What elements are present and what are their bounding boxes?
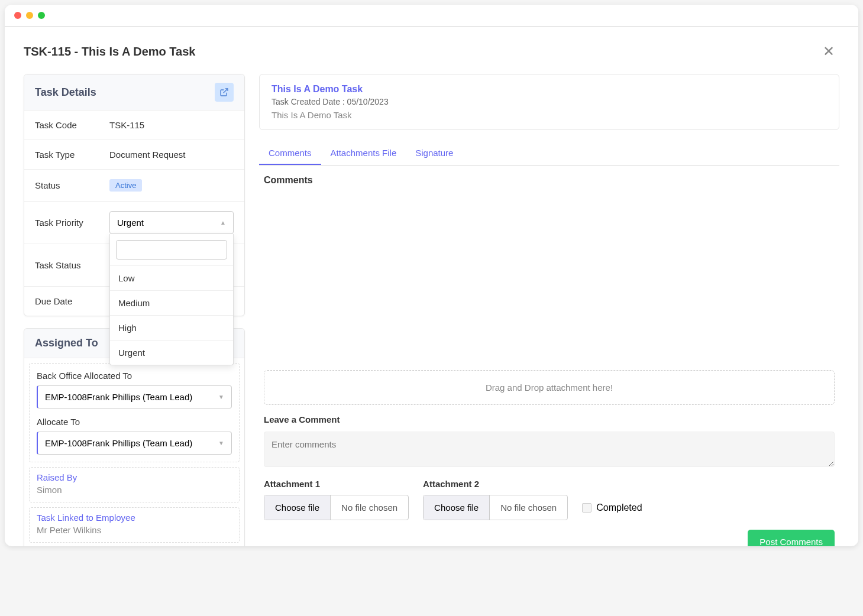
right-panel: This Is A Demo Task Task Created Date : … (259, 74, 839, 546)
priority-selected-value: Urgent (117, 218, 144, 228)
leave-comment-label: Leave a Comment (264, 414, 835, 424)
completed-checkbox[interactable] (582, 503, 592, 513)
priority-row: Task Priority Urgent ▲ Low (24, 202, 244, 244)
status-row: Status Active (24, 170, 244, 202)
chevron-down-icon: ▼ (218, 440, 224, 446)
back-office-value: EMP-1008Frank Phillips (Team Lead) (45, 392, 192, 402)
choose-file-1-button[interactable]: Choose file (264, 495, 331, 520)
task-type-value: Document Request (109, 150, 234, 160)
task-code-value: TSK-115 (109, 120, 234, 130)
chevron-down-icon: ▼ (218, 394, 224, 400)
attachment-1-col: Attachment 1 Choose file No file chosen (264, 479, 409, 520)
status-value-container: Active (109, 179, 234, 192)
status-label: Status (35, 180, 109, 190)
comments-heading: Comments (264, 175, 835, 186)
title-bar (5, 5, 858, 27)
priority-select[interactable]: Urgent ▲ (109, 211, 234, 234)
comments-area: Comments Drag and Drop attachment here! … (259, 175, 839, 520)
window-minimize-icon[interactable] (26, 12, 33, 19)
attachment-1-label: Attachment 1 (264, 479, 409, 489)
edit-icon (219, 87, 229, 97)
priority-dropdown-container: Urgent ▲ Low Medium High Urgent (109, 211, 234, 234)
task-name: This Is A Demo Task (271, 84, 827, 95)
task-code-label: Task Code (35, 120, 109, 130)
post-comments-button[interactable]: Post Comments (748, 530, 835, 546)
task-code-row: Task Code TSK-115 (24, 111, 244, 140)
modal-header: TSK-115 - This Is A Demo Task ✕ (24, 41, 839, 62)
raised-by-label: Raised By (37, 472, 232, 482)
traffic-lights (14, 12, 45, 19)
linked-value: Mr Peter Wilkins (37, 525, 232, 535)
allocate-value: EMP-1008Frank Phillips (Team Lead) (45, 438, 192, 448)
priority-option-high[interactable]: High (110, 315, 233, 340)
linked-label: Task Linked to Employee (37, 513, 232, 523)
tabs-container: Comments Attachments File Signature (259, 142, 839, 166)
close-button[interactable]: ✕ (818, 41, 839, 62)
priority-option-urgent[interactable]: Urgent (110, 340, 233, 365)
task-description: This Is A Demo Task (271, 110, 827, 120)
priority-label: Task Priority (35, 218, 109, 228)
task-status-label: Task Status (35, 260, 109, 270)
assigned-body: Back Office Allocated To EMP-1008Frank P… (29, 363, 240, 462)
task-created-date: Task Created Date : 05/10/2023 (271, 97, 827, 106)
status-badge: Active (109, 179, 142, 192)
priority-search-input[interactable] (116, 240, 227, 260)
edit-task-button[interactable] (215, 83, 234, 102)
raised-by-value: Simon (37, 485, 232, 495)
completed-checkbox-container[interactable]: Completed (582, 502, 642, 520)
attachment-2-input[interactable]: Choose file No file chosen (423, 495, 568, 520)
browser-window: TSK-115 - This Is A Demo Task ✕ Task Det… (5, 5, 858, 546)
task-header-card: This Is A Demo Task Task Created Date : … (259, 74, 839, 130)
window-close-icon[interactable] (14, 12, 21, 19)
file-1-status: No file chosen (331, 495, 408, 520)
close-icon: ✕ (823, 43, 835, 59)
task-type-label: Task Type (35, 150, 109, 160)
attachment-1-input[interactable]: Choose file No file chosen (264, 495, 409, 520)
priority-search-container (110, 234, 233, 265)
tab-comments[interactable]: Comments (259, 142, 321, 165)
tab-attachments[interactable]: Attachments File (321, 142, 406, 165)
left-panel: Task Details Task Code TSK-115 Task Type… (24, 74, 245, 546)
priority-option-low[interactable]: Low (110, 265, 233, 290)
modal-title: TSK-115 - This Is A Demo Task (24, 45, 195, 59)
linked-employee-section: Task Linked to Employee Mr Peter Wilkins (29, 507, 240, 543)
priority-option-medium[interactable]: Medium (110, 290, 233, 315)
assigned-title: Assigned To (35, 337, 98, 349)
due-date-label: Due Date (35, 296, 109, 306)
raised-by-section: Raised By Simon (29, 467, 240, 502)
tab-signature[interactable]: Signature (406, 142, 463, 165)
task-type-row: Task Type Document Request (24, 140, 244, 170)
back-office-select[interactable]: EMP-1008Frank Phillips (Team Lead) ▼ (37, 385, 232, 408)
attachment-2-col: Attachment 2 Choose file No file chosen (423, 479, 568, 520)
attachments-row: Attachment 1 Choose file No file chosen … (264, 479, 835, 520)
allocate-select[interactable]: EMP-1008Frank Phillips (Team Lead) ▼ (37, 432, 232, 455)
file-2-status: No file chosen (490, 495, 567, 520)
comments-list (264, 193, 835, 370)
attachment-dropzone[interactable]: Drag and Drop attachment here! (264, 370, 835, 405)
allocate-label: Allocate To (37, 417, 232, 427)
task-details-card: Task Details Task Code TSK-115 Task Type… (24, 74, 245, 316)
completed-label: Completed (596, 502, 642, 513)
choose-file-2-button[interactable]: Choose file (424, 495, 490, 520)
task-details-title: Task Details (35, 86, 96, 99)
modal-container: TSK-115 - This Is A Demo Task ✕ Task Det… (5, 27, 858, 546)
comment-input[interactable] (264, 432, 835, 467)
modal-body: Task Details Task Code TSK-115 Task Type… (24, 74, 839, 546)
attachment-2-label: Attachment 2 (423, 479, 568, 489)
window-maximize-icon[interactable] (38, 12, 45, 19)
priority-dropdown-menu: Low Medium High Urgent (109, 234, 234, 365)
chevron-up-icon: ▲ (220, 219, 226, 226)
back-office-label: Back Office Allocated To (37, 371, 232, 381)
task-details-header: Task Details (24, 74, 244, 111)
